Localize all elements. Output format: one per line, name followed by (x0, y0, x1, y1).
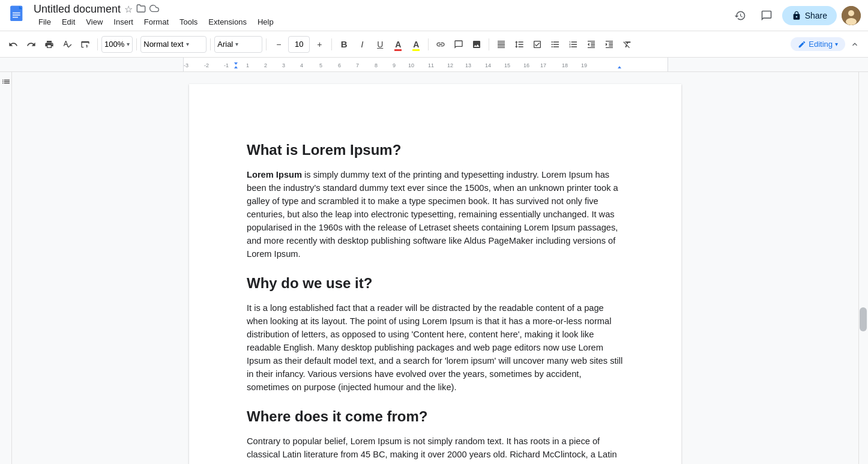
style-value: Normal text (143, 40, 183, 49)
main-area: What is Lorem Ipsum? Lorem Ipsum is simp… (0, 72, 868, 464)
ruler-marks: -3 -2 -1 1 2 3 4 5 6 7 8 9 10 11 12 13 1… (12, 58, 868, 71)
link-button[interactable] (432, 36, 449, 53)
top-bar-right: Share (729, 5, 861, 26)
outline-icon[interactable] (1, 77, 11, 88)
redo-button[interactable] (23, 36, 40, 53)
star-icon[interactable]: ☆ (124, 4, 133, 15)
menu-help[interactable]: Help (253, 16, 279, 28)
clear-formatting-button[interactable] (619, 36, 636, 53)
svg-text:4: 4 (300, 62, 303, 68)
top-bar: Untitled document ☆ File Edit View Inser… (0, 0, 868, 31)
align-button[interactable] (493, 36, 510, 53)
history-icon-btn[interactable] (729, 5, 751, 26)
svg-rect-5 (13, 16, 18, 17)
document-page[interactable]: What is Lorem Ipsum? Lorem Ipsum is simp… (189, 84, 681, 464)
menu-file[interactable]: File (34, 16, 56, 28)
paragraph-2[interactable]: It is a long established fact that a rea… (247, 301, 624, 394)
svg-text:12: 12 (447, 62, 453, 68)
heading-3[interactable]: Where does it come from? (247, 408, 624, 425)
menu-format[interactable]: Format (139, 16, 173, 28)
scroll-handle[interactable] (860, 307, 867, 331)
share-button[interactable]: Share (782, 6, 837, 25)
divider-3 (210, 38, 211, 50)
cloud-icon[interactable] (149, 4, 159, 16)
spellcheck-button[interactable] (59, 36, 76, 53)
zoom-select[interactable]: 100% ▾ (101, 36, 133, 53)
decrease-indent-button[interactable] (583, 36, 600, 53)
heading-1[interactable]: What is Lorem Ipsum? (247, 142, 624, 158)
svg-text:10: 10 (408, 62, 414, 68)
svg-marker-31 (234, 66, 238, 68)
style-arrow-icon: ▾ (186, 41, 189, 47)
divider-1 (97, 38, 98, 50)
divider-5 (331, 38, 332, 50)
left-panel (0, 72, 12, 464)
menu-view[interactable]: View (81, 16, 107, 28)
right-panel (858, 72, 868, 464)
svg-text:-3: -3 (184, 62, 188, 68)
zoom-arrow-icon: ▾ (127, 41, 130, 47)
svg-text:19: 19 (581, 62, 587, 68)
svg-rect-3 (13, 12, 20, 13)
text-color-button[interactable]: A (390, 36, 406, 53)
svg-text:11: 11 (428, 62, 434, 68)
document-area[interactable]: What is Lorem Ipsum? Lorem Ipsum is simp… (12, 72, 858, 464)
paragraph-1[interactable]: Lorem Ipsum is simply dummy text of the … (247, 168, 624, 261)
divider-6 (428, 38, 429, 50)
title-icons: ☆ (124, 4, 159, 16)
svg-text:5: 5 (319, 62, 322, 68)
doc-info: Untitled document ☆ File Edit View Inser… (34, 3, 729, 28)
svg-text:-1: -1 (224, 62, 229, 68)
menu-tools[interactable]: Tools (175, 16, 202, 28)
underline-button[interactable]: U (372, 36, 388, 53)
paint-format-button[interactable] (77, 36, 94, 53)
print-button[interactable] (41, 36, 58, 53)
svg-text:17: 17 (540, 62, 546, 68)
svg-text:18: 18 (562, 62, 568, 68)
divider-4 (266, 38, 267, 50)
menu-insert[interactable]: Insert (109, 16, 138, 28)
menu-edit[interactable]: Edit (57, 16, 80, 28)
style-select[interactable]: Normal text ▾ (140, 36, 206, 53)
editing-mode-button[interactable]: Editing ▾ (791, 37, 845, 51)
insert-image-button[interactable] (468, 36, 485, 53)
collapse-toolbar-button[interactable] (846, 36, 863, 53)
line-spacing-button[interactable] (511, 36, 528, 53)
menu-bar: File Edit View Insert Format Tools Exten… (34, 16, 729, 28)
avatar[interactable] (842, 6, 861, 25)
increase-font-size-button[interactable]: + (311, 36, 328, 53)
menu-extensions[interactable]: Extensions (203, 16, 252, 28)
font-size-control: − 10 + (270, 36, 328, 53)
checklist-button[interactable] (529, 36, 546, 53)
undo-button[interactable] (5, 36, 22, 53)
svg-point-7 (848, 10, 854, 16)
heading-2[interactable]: Why do we use it? (247, 275, 624, 292)
doc-title-row: Untitled document ☆ (34, 3, 729, 16)
svg-marker-33 (618, 66, 621, 68)
toolbar: 100% ▾ Normal text ▾ Arial ▾ − 10 + B I … (0, 31, 868, 58)
italic-button[interactable]: I (354, 36, 370, 53)
font-size-box[interactable]: 10 (288, 36, 310, 53)
bold-button[interactable]: B (336, 36, 352, 53)
paragraph-3[interactable]: Contrary to popular belief, Lorem Ipsum … (247, 435, 624, 464)
divider-7 (489, 38, 489, 50)
highlight-button[interactable]: A (408, 36, 424, 53)
svg-point-8 (846, 18, 857, 25)
comment-icon-btn[interactable] (756, 5, 777, 26)
font-select[interactable]: Arial ▾ (214, 36, 262, 53)
paragraph-1-rest: is simply dummy text of the printing and… (247, 170, 618, 259)
insert-comment-button[interactable] (450, 36, 467, 53)
svg-text:8: 8 (375, 62, 378, 68)
docs-logo-icon (7, 5, 29, 26)
font-value: Arial (217, 40, 233, 49)
svg-text:7: 7 (356, 62, 359, 68)
folder-icon[interactable] (136, 4, 146, 16)
doc-title[interactable]: Untitled document (34, 3, 121, 16)
bullet-list-button[interactable] (547, 36, 564, 53)
decrease-font-size-button[interactable]: − (270, 36, 287, 53)
increase-indent-button[interactable] (601, 36, 618, 53)
ruler-track: -3 -2 -1 1 2 3 4 5 6 7 8 9 10 11 12 13 1… (12, 58, 868, 71)
svg-text:14: 14 (485, 62, 491, 68)
numbered-list-button[interactable] (565, 36, 582, 53)
share-label: Share (805, 11, 827, 20)
